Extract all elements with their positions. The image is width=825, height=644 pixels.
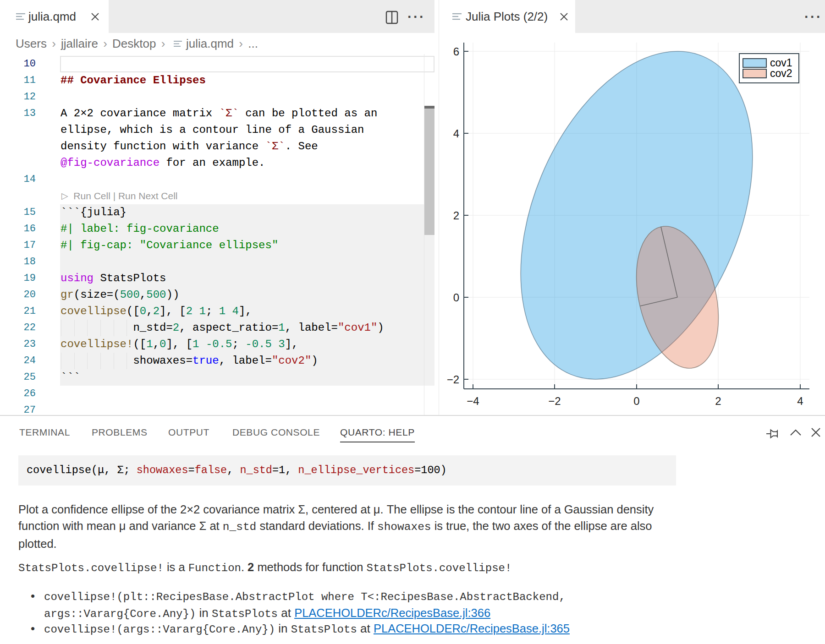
svg-text:2: 2: [453, 209, 459, 222]
svg-text:2: 2: [715, 395, 721, 407]
svg-text:6: 6: [453, 45, 459, 58]
svg-text:4: 4: [797, 395, 803, 407]
svg-text:−2: −2: [447, 373, 459, 386]
svg-text:4: 4: [453, 127, 459, 140]
svg-text:0: 0: [633, 395, 639, 407]
svg-text:−4: −4: [467, 395, 479, 407]
svg-text:cov2: cov2: [770, 67, 792, 79]
svg-text:0: 0: [453, 291, 459, 304]
svg-text:−2: −2: [548, 395, 561, 407]
